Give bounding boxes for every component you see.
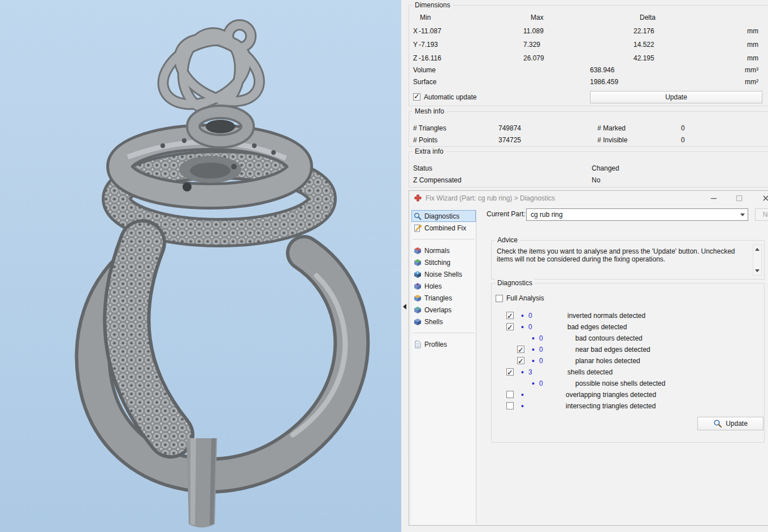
status-value: Changed: [592, 164, 619, 173]
diagnostic-count: 0: [528, 321, 532, 333]
unit-label: mm: [747, 27, 758, 36]
update-button-label: Update: [726, 420, 748, 428]
status-row: Status Changed: [409, 164, 768, 173]
fix-wizard-titlebar[interactable]: Fix Wizard (Part: cg rub ring) > Diagnos…: [409, 191, 768, 206]
sidebar-item-stitching[interactable]: Stitching: [411, 256, 476, 268]
bullet-icon: [521, 389, 524, 400]
points-value: 374725: [498, 136, 521, 145]
update-diagnostics-button[interactable]: Update: [697, 417, 763, 430]
sidebar-item-label: Diagnostics: [424, 212, 459, 220]
inverted-normals-checkbox[interactable]: [506, 312, 514, 319]
sidebar-item-shells[interactable]: Shells: [411, 316, 476, 328]
minimize-icon: [710, 195, 717, 202]
z-compensated-value: No: [592, 176, 600, 185]
min-value: -11.087: [419, 27, 441, 36]
full-analysis-label: Full Analysis: [506, 294, 544, 302]
surface-row: Surface 1986.459 mm²: [409, 77, 768, 86]
3d-viewport[interactable]: [0, 0, 401, 532]
full-analysis-row: Full Analysis: [492, 293, 764, 304]
diagnostic-item: 0 bad contours detected: [492, 333, 764, 344]
sidebar-item-profiles[interactable]: Profiles: [411, 338, 476, 350]
bullet-icon: [532, 355, 535, 367]
stitching-icon: [414, 259, 422, 267]
normals-icon: [414, 247, 422, 255]
bullet-icon: [521, 367, 524, 378]
diagnostic-label: near bad edges detected: [575, 344, 650, 355]
scroll-up-button[interactable]: [753, 246, 761, 253]
automatic-update-label: Automatic update: [424, 93, 476, 102]
diagnostic-label: shells detected: [567, 367, 613, 378]
sidebar-item-noise-shells[interactable]: Noise Shells: [411, 268, 476, 280]
sidebar-item-holes[interactable]: Holes: [411, 280, 476, 292]
application-window: Dimensions Min Max Delta X -11.087 11.08…: [0, 0, 768, 532]
fix-wizard-icon: [414, 194, 422, 202]
current-part-dropdown[interactable]: cg rub ring: [526, 208, 748, 221]
bad-edges-checkbox[interactable]: [506, 323, 514, 330]
min-value: -7.193: [419, 40, 438, 49]
diagnostic-label: possible noise shells detected: [575, 378, 665, 389]
delta-value: 14.522: [634, 40, 654, 49]
planar-holes-checkbox[interactable]: [517, 357, 524, 364]
full-analysis-checkbox[interactable]: [496, 295, 503, 302]
dimension-row-x: X -11.087 11.089 22.176 mm: [409, 27, 768, 36]
sidebar-item-normals[interactable]: Normals: [411, 245, 476, 256]
diagnostic-item: overlapping triangles detected: [492, 389, 764, 400]
sidebar-item-label: Combined Fix: [424, 224, 466, 232]
unit-label: mm²: [745, 77, 758, 86]
mesh-info-panel: Mesh info # Triangles 749874 # Marked 0 …: [409, 111, 768, 147]
near-bad-edges-checkbox[interactable]: [517, 346, 524, 353]
ring-model: [0, 0, 401, 532]
maximize-icon: [736, 195, 743, 202]
collapse-arrow-icon: [403, 304, 406, 309]
diagnostic-item: 0 possible noise shells detected: [492, 378, 764, 389]
intersecting-triangles-checkbox[interactable]: [506, 402, 514, 409]
advice-scrollbar[interactable]: [753, 245, 762, 276]
shells-checkbox[interactable]: [506, 368, 514, 376]
delta-value: 42.195: [634, 54, 654, 63]
sidebar-item-overlaps[interactable]: Overlaps: [411, 304, 476, 316]
sidebar-item-label: Holes: [424, 282, 442, 290]
max-value: 26.079: [523, 54, 544, 63]
sidebar-separator: [413, 239, 475, 239]
dropdown-arrow-button[interactable]: [737, 210, 747, 220]
viewport-panel-splitter[interactable]: [401, 0, 409, 532]
dimension-row-y: Y -7.193 7.329 14.522 mm: [409, 40, 768, 49]
fix-wizard-window: Fix Wizard (Part: cg rub ring) > Diagnos…: [409, 190, 768, 526]
diagnostic-item: 0 bad edges detected: [492, 321, 764, 333]
surface-value: 1986.459: [590, 77, 618, 86]
sidebar-item-diagnostics[interactable]: Diagnostics: [411, 210, 476, 222]
diagnostic-count: 0: [539, 344, 543, 355]
update-dimensions-button[interactable]: Update: [590, 91, 762, 103]
diagnostics-panel: Diagnostics Full Analysis 0 inverted nor…: [491, 283, 765, 443]
extra-info-panel: Extra info Status Changed Z Compensated …: [409, 151, 768, 187]
overlapping-triangles-checkbox[interactable]: [506, 391, 514, 398]
unit-label: mm³: [745, 66, 758, 75]
sidebar-item-triangles[interactable]: Triangles: [411, 292, 476, 304]
advice-text: Check the items you want to analyse and …: [497, 247, 752, 263]
extra-info-panel-title: Extra info: [413, 147, 446, 155]
magnifier-icon: [713, 419, 722, 428]
update-button-label: Update: [665, 93, 687, 101]
close-button[interactable]: [757, 192, 768, 204]
diagnostic-label: overlapping triangles detected: [566, 389, 656, 400]
maximize-button[interactable]: [731, 192, 748, 204]
sidebar-separator: [413, 333, 475, 333]
diagnostic-count: 0: [539, 333, 543, 344]
next-button[interactable]: Next: [755, 208, 768, 221]
z-compensated-label: Z Compensated: [413, 176, 461, 185]
fix-wizard-title: Fix Wizard (Part: cg rub ring) > Diagnos…: [426, 194, 555, 202]
bullet-icon: [521, 310, 524, 321]
max-value: 11.089: [523, 27, 544, 36]
diagnostic-count: 0: [528, 310, 532, 321]
surface-label: Surface: [413, 77, 436, 86]
sidebar-item-combined-fix[interactable]: Combined Fix: [411, 222, 476, 234]
dimension-row-z: Z -16.116 26.079 42.195 mm: [409, 54, 768, 63]
scroll-down-button[interactable]: [753, 267, 761, 274]
minimize-button[interactable]: [705, 192, 722, 204]
shells-icon: [414, 318, 422, 326]
volume-label: Volume: [413, 66, 436, 75]
profiles-icon: [414, 341, 422, 348]
unit-label: mm: [747, 40, 758, 49]
diagnostic-label: intersecting triangles detected: [566, 400, 656, 412]
volume-row: Volume 638.946 mm³: [409, 66, 768, 75]
